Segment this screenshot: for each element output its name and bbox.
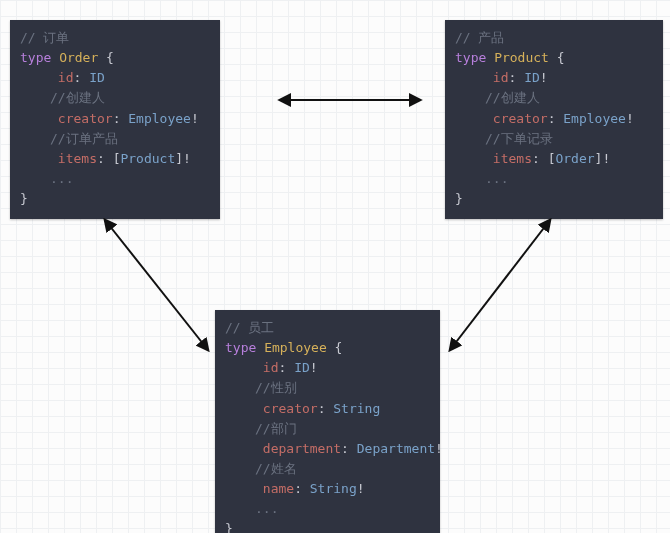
product-type-name: Product	[494, 50, 549, 65]
order-field-items: items	[58, 151, 97, 166]
employee-field-id: id	[263, 360, 279, 375]
employee-type-box: // 员工 type Employee { id: ID! //性别 creat…	[215, 310, 440, 533]
employee-comment: // 员工	[225, 320, 274, 335]
arrow-order-employee	[105, 220, 208, 350]
order-field-id: id	[58, 70, 74, 85]
employee-field-department: department	[263, 441, 341, 456]
arrow-product-employee	[450, 220, 550, 350]
diagram-canvas: // 订单 type Order { id: ID //创建人 creator:…	[0, 0, 670, 533]
employee-type-kw: type	[225, 340, 256, 355]
product-type-kw: type	[455, 50, 486, 65]
product-field-items: items	[493, 151, 532, 166]
product-field-creator: creator	[493, 111, 548, 126]
employee-field-name: name	[263, 481, 294, 496]
order-type-kw: type	[20, 50, 51, 65]
order-comment: // 订单	[20, 30, 69, 45]
order-field-creator: creator	[58, 111, 113, 126]
product-field-id: id	[493, 70, 509, 85]
employee-type-name: Employee	[264, 340, 327, 355]
product-type-box: // 产品 type Product { id: ID! //创建人 creat…	[445, 20, 663, 219]
order-type-name: Order	[59, 50, 98, 65]
employee-field-creator: creator	[263, 401, 318, 416]
product-comment: // 产品	[455, 30, 504, 45]
order-type-box: // 订单 type Order { id: ID //创建人 creator:…	[10, 20, 220, 219]
